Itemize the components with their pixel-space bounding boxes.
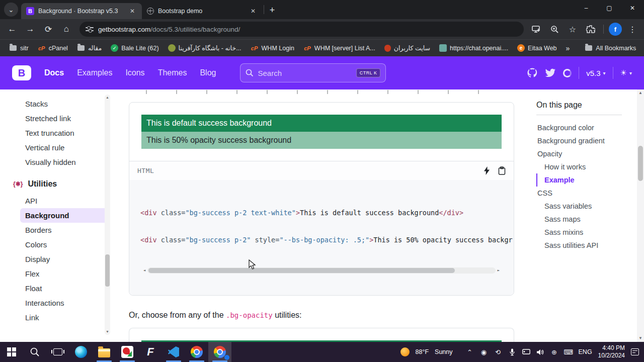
scroll-right-icon[interactable]: ► [496,268,502,273]
docs-search-input[interactable]: Search CTRL K [240,63,386,82]
address-bar[interactable]: getbootstrap.com/docs/5.3/utilities/back… [79,22,524,37]
bookmark-item[interactable]: https://chat.openai.... [435,42,512,54]
code-block[interactable]: <div class="bg-success p-2 text-white">T… [129,180,514,295]
sidebar-item-flex[interactable]: Flex [0,266,121,281]
maximize-button[interactable]: ▢ [598,0,621,16]
theme-toggle[interactable]: ☀▾ [620,68,632,77]
nav-themes[interactable]: Themes [158,68,187,77]
open-collective-icon[interactable] [563,69,572,77]
sidebar-item-float[interactable]: Float [0,281,121,296]
copy-clipboard-icon[interactable] [498,166,506,175]
tab-bootstrap-demo[interactable]: Bootstrap demo ✕ [142,3,263,19]
weather-condition[interactable]: Sunny [435,348,452,355]
nav-docs[interactable]: Docs [44,68,64,77]
sidebar-item-colors[interactable]: Colors [0,237,121,252]
bookmark-item[interactable]: مقاله [73,42,106,54]
sidebar-item-vertical-rule[interactable]: Vertical rule [0,140,121,155]
sidebar-item-stacks[interactable]: Stacks [0,97,121,111]
sidebar-item-text-truncation[interactable]: Text truncation [0,126,121,140]
stackblitz-bolt-icon[interactable] [484,166,490,175]
save-page-icon[interactable] [529,22,544,37]
scroll-up-icon[interactable]: ▲ [637,89,644,97]
browser-menu-icon[interactable]: ⋮ [625,22,640,37]
toc-sass-mixins[interactable]: Sass mixins [536,226,622,239]
display-cast-icon[interactable] [522,349,530,355]
taskbar-vscode[interactable] [162,342,185,362]
github-icon[interactable] [527,67,538,78]
tab-background-bootstrap[interactable]: B Background · Bootstrap v5.3 ✕ [21,3,142,19]
sidebar-item-stretched-link[interactable]: Stretched link [0,111,121,126]
toc-background-gradient[interactable]: Background gradient [536,134,622,147]
scroll-down-icon[interactable]: ▼ [637,335,644,342]
site-settings-icon[interactable] [86,26,94,33]
nav-blog[interactable]: Blog [200,68,216,77]
sidebar-item-borders[interactable]: Borders [0,223,121,237]
taskbar-chrome-active[interactable] [208,342,231,362]
bookmark-item[interactable]: eEitaa Web [513,42,560,54]
scrollbar-thumb[interactable] [638,146,643,181]
bookmark-item[interactable]: sitr [5,42,33,54]
close-tab-icon[interactable]: ✕ [128,7,137,16]
bookmark-item[interactable]: cPWHM [server] List A... [299,42,379,54]
sidebar-item-interactions[interactable]: Interactions [0,296,121,310]
browser-scrollbar[interactable]: ▲ ▼ [637,89,644,342]
keyboard-icon[interactable]: ⌨ [565,348,573,356]
weather-temp[interactable]: 88°F [416,348,429,355]
tab-search-button[interactable]: ⌄ [4,3,18,17]
close-window-button[interactable]: ✕ [621,0,644,16]
scroll-left-icon[interactable]: ◄ [141,268,147,273]
taskbar-chrome[interactable] [185,342,208,362]
microphone-icon[interactable] [508,348,516,356]
reload-button[interactable]: ⟳ [40,21,56,37]
speaker-icon[interactable] [536,349,544,355]
start-button[interactable] [0,342,23,362]
scroll-down-icon[interactable]: ▼ [105,329,110,335]
hidden-icons-chevron[interactable]: ⌃ [466,348,474,356]
forward-button[interactable]: → [22,21,38,37]
version-dropdown[interactable]: v5.3▾ [586,69,605,77]
profile-avatar[interactable]: f [609,23,622,36]
code-horizontal-scrollbar[interactable]: ◄ ► [141,266,502,274]
sync-icon[interactable]: ⟲ [494,348,502,356]
sidebar-section-utilities[interactable]: {✱} Utilities [0,169,121,194]
toc-sass-maps[interactable]: Sass maps [536,213,622,226]
scrollbar-thumb[interactable] [105,254,110,287]
taskbar-edge[interactable] [69,342,93,362]
url-text[interactable]: getbootstrap.com/docs/5.3/utilities/back… [98,26,240,33]
nav-examples[interactable]: Examples [77,68,112,77]
taskbar-file-explorer[interactable] [93,342,116,362]
scroll-up-icon[interactable]: ▲ [105,95,110,101]
sidebar-item-visually-hidden[interactable]: Visually hidden [0,155,121,169]
toc-sass-variables[interactable]: Sass variables [536,200,622,213]
sidebar-item-link[interactable]: Link [0,310,121,325]
bookmark-star-icon[interactable]: ☆ [565,22,580,37]
sidebar-item-api[interactable]: API [0,194,121,208]
twitter-icon[interactable] [545,68,556,78]
taskbar-search-button[interactable] [23,342,46,362]
scrollbar-thumb[interactable] [148,268,455,273]
bootstrap-logo[interactable]: B [12,65,31,80]
all-bookmarks-button[interactable]: All Bookmarks [581,42,640,54]
close-tab-icon[interactable]: ✕ [249,7,258,16]
taskbar-f-app[interactable]: F [139,342,162,362]
home-button[interactable]: ⌂ [58,21,74,37]
sidebar-item-background[interactable]: Background [20,208,108,223]
weather-sun-icon[interactable] [400,347,410,356]
record-icon[interactable]: ◉ [480,348,488,356]
toc-opacity[interactable]: Opacity [536,147,622,160]
toc-how-it-works[interactable]: How it works [536,160,622,173]
bookmark-item[interactable]: خانه - باشگاه کارآفرینا... [164,42,246,54]
bookmark-item[interactable]: سایت کاربران [380,42,434,54]
extensions-puzzle-icon[interactable] [583,22,598,37]
back-button[interactable]: ← [4,21,20,37]
sidebar-scrollbar[interactable]: ▲ ▼ [105,95,110,335]
task-view-button[interactable] [46,342,69,362]
action-center-icon[interactable] [631,348,639,355]
language-indicator[interactable]: ENG [579,348,592,355]
taskbar-media-app[interactable] [116,342,139,362]
nav-icons[interactable]: Icons [125,68,144,77]
network-globe-icon[interactable]: ⊕ [550,348,558,356]
toc-sass-utilities-api[interactable]: Sass utilities API [536,239,622,252]
zoom-icon[interactable] [547,22,562,37]
clock[interactable]: 4:40 PM 10/2/2024 [598,344,625,359]
